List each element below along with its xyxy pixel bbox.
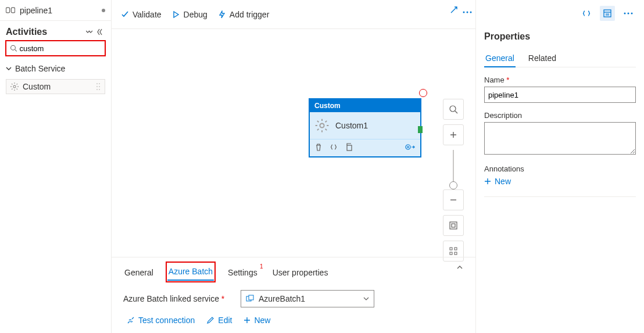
svg-point-12 (467, 12, 468, 13)
zoom-out-button[interactable] (443, 189, 464, 210)
collapse-sidebar-icon[interactable] (95, 27, 105, 37)
svg-point-9 (96, 89, 98, 90)
collapse-all-icon[interactable] (84, 27, 95, 37)
properties-panel: Properties General Related Name * Descri… (475, 0, 644, 333)
add-trigger-button[interactable]: Add trigger (218, 10, 269, 19)
svg-rect-1 (11, 8, 15, 13)
svg-point-13 (470, 12, 472, 13)
name-label: Name * (484, 76, 636, 84)
svg-rect-0 (6, 8, 9, 13)
svg-rect-15 (347, 145, 352, 151)
properties-view-button[interactable] (600, 6, 615, 21)
activity-settings-panel: General Azure Batch Settings1 User prope… (112, 257, 475, 333)
pipeline-tab[interactable]: pipeline1 (0, 0, 111, 21)
svg-line-18 (455, 111, 457, 113)
new-annotation-button[interactable]: New (484, 177, 636, 186)
linked-service-icon (246, 295, 254, 303)
fit-button[interactable] (443, 215, 464, 236)
activities-sidebar: pipeline1 Activities Batch Service Custo… (0, 0, 112, 333)
settings-badge: 1 (260, 263, 263, 270)
search-icon (10, 44, 17, 52)
output-port-icon[interactable] (418, 126, 423, 133)
validate-button[interactable]: Validate (121, 10, 162, 19)
tab-azure-batch[interactable]: Azure Batch (167, 263, 214, 281)
name-input[interactable] (484, 87, 636, 103)
node-highlight-icon (419, 89, 427, 97)
linked-service-label: Azure Batch linked service * (123, 294, 234, 303)
props-tab-related[interactable]: Related (527, 50, 557, 67)
copy-icon[interactable] (345, 143, 353, 153)
code-view-button[interactable] (579, 6, 594, 21)
svg-rect-26 (249, 295, 253, 300)
node-name: Custom1 (335, 121, 368, 130)
svg-point-14 (320, 123, 324, 127)
svg-line-3 (15, 49, 17, 51)
pipeline-tab-title: pipeline1 (20, 6, 52, 15)
svg-point-6 (99, 83, 100, 84)
svg-rect-19 (450, 222, 457, 229)
svg-point-8 (99, 86, 100, 87)
delete-icon[interactable] (314, 143, 323, 153)
svg-rect-21 (450, 248, 452, 250)
svg-rect-27 (604, 10, 611, 17)
editor-center: Validate Debug Add trigger Custom Custom… (112, 0, 475, 333)
gear-icon (10, 82, 19, 91)
canvas-zoom-panel (443, 99, 464, 262)
svg-point-7 (96, 86, 98, 87)
activity-item-label: Custom (23, 82, 51, 91)
zoom-thumb[interactable] (449, 181, 457, 189)
panel-more-button[interactable] (621, 6, 636, 21)
zoom-in-button[interactable] (443, 124, 464, 145)
gear-icon (314, 118, 330, 133)
unsaved-indicator-icon (102, 9, 105, 12)
svg-point-11 (463, 12, 465, 13)
svg-point-31 (624, 13, 626, 15)
debug-button[interactable]: Debug (172, 10, 207, 19)
pipeline-toolbar: Validate Debug Add trigger (112, 0, 475, 29)
activities-search-input[interactable] (20, 44, 101, 53)
test-connection-button[interactable]: Test connection (127, 316, 195, 325)
tab-general[interactable]: General (123, 264, 155, 281)
zoom-slider[interactable] (453, 150, 454, 185)
expand-icon[interactable] (450, 6, 458, 16)
svg-rect-20 (452, 224, 455, 227)
description-label: Description (484, 111, 636, 120)
annotations-label: Annotations (484, 164, 636, 173)
tab-user-properties[interactable]: User properties (271, 264, 330, 281)
linked-service-value: AzureBatch1 (259, 294, 305, 303)
chevron-down-icon (363, 296, 369, 302)
svg-point-5 (96, 83, 98, 84)
code-icon[interactable] (330, 143, 338, 153)
activities-search[interactable] (6, 41, 105, 56)
activity-group-batch[interactable]: Batch Service (0, 60, 111, 77)
linked-service-select[interactable]: AzureBatch1 (241, 290, 374, 307)
activity-node-custom[interactable]: Custom Custom1 (309, 99, 421, 157)
activities-heading: Activities (6, 27, 47, 37)
svg-point-32 (628, 13, 629, 15)
tab-settings[interactable]: Settings1 (227, 264, 259, 281)
pipeline-canvas[interactable]: Custom Custom1 (112, 29, 475, 257)
more-icon[interactable] (463, 6, 472, 15)
edit-button[interactable]: Edit (206, 316, 232, 325)
new-linked-service-button[interactable]: New (244, 316, 270, 325)
svg-rect-23 (450, 252, 452, 255)
drag-handle-icon[interactable] (95, 83, 101, 91)
props-tab-general[interactable]: General (484, 50, 516, 67)
activity-item-custom[interactable]: Custom (6, 79, 105, 94)
chevron-down-icon (6, 66, 12, 71)
activity-group-label: Batch Service (15, 64, 65, 73)
svg-point-4 (13, 85, 16, 88)
node-type-label: Custom (310, 99, 420, 112)
description-input[interactable] (484, 122, 636, 155)
svg-point-10 (99, 89, 100, 90)
svg-rect-24 (455, 252, 457, 255)
svg-point-17 (450, 106, 456, 112)
svg-point-2 (11, 45, 16, 50)
svg-rect-22 (455, 248, 457, 250)
properties-heading: Properties (484, 31, 636, 42)
collapse-panel-icon[interactable] (456, 263, 464, 273)
pipeline-icon (6, 6, 15, 15)
canvas-search-button[interactable] (443, 99, 464, 120)
add-output-icon[interactable] (405, 143, 416, 153)
svg-point-33 (631, 13, 633, 15)
